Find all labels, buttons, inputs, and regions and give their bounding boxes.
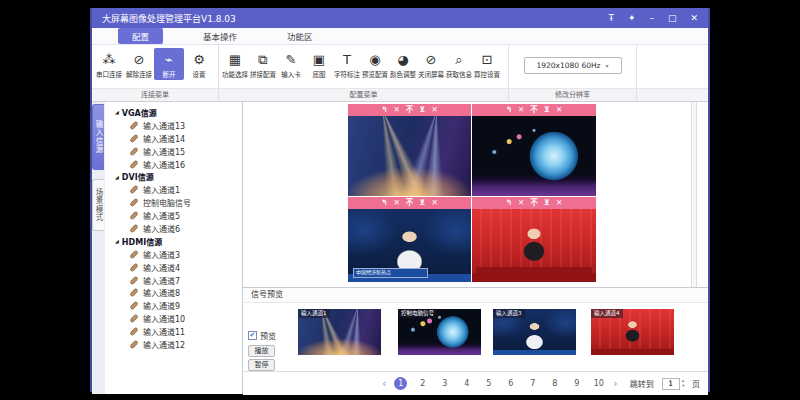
resolution-select[interactable]: 1920x1080 60Hz ▾ bbox=[524, 57, 622, 74]
preview-window-grid: ↰✕不⊻✕ ↰✕不⊻✕ ↰✕不⊻✕ 中国经 bbox=[348, 104, 596, 282]
no-icon[interactable]: 不 bbox=[530, 104, 538, 116]
side-tab-strip: 输入信源 场景模式 bbox=[92, 102, 105, 394]
page-number[interactable]: 7 bbox=[526, 377, 539, 390]
screen-off-icon: ⊘ bbox=[426, 50, 437, 69]
theme-icon[interactable]: ✦ bbox=[628, 8, 636, 28]
tree-row[interactable]: ◢ 输入通道15 bbox=[105, 145, 242, 158]
close-button[interactable]: ✕ bbox=[690, 8, 698, 28]
tool-label: 解除连接 bbox=[126, 69, 152, 79]
tree-row[interactable]: ◢ DVI信源 bbox=[105, 170, 242, 183]
preview-window-1[interactable]: ↰✕不⊻✕ bbox=[348, 104, 471, 196]
jump-page-input[interactable] bbox=[662, 378, 680, 390]
tree-row[interactable]: ◢ 输入通道5 bbox=[105, 209, 242, 222]
restore-icon[interactable]: ↰ bbox=[506, 104, 512, 116]
close-icon[interactable]: ✕ bbox=[518, 197, 524, 209]
toolbar-tool[interactable]: ⌁ 断开 bbox=[154, 48, 184, 80]
tab-function-area[interactable]: 功能区 bbox=[277, 29, 323, 43]
page-number[interactable]: 4 bbox=[460, 377, 473, 390]
minimize-button[interactable]: – bbox=[649, 8, 654, 28]
restore-icon[interactable]: ↰ bbox=[381, 197, 387, 209]
pause-button[interactable]: 暂停 bbox=[248, 359, 275, 371]
toolbar-filler bbox=[637, 45, 708, 101]
tree-row[interactable]: ◢ 输入通道12 bbox=[105, 338, 242, 351]
next-page-icon[interactable]: › bbox=[613, 377, 617, 390]
page-number[interactable]: 9 bbox=[570, 377, 583, 390]
thumbnail-label: 控制电脑信号 bbox=[398, 309, 437, 318]
toolbar-tool[interactable]: ▣ 底图 bbox=[305, 48, 333, 80]
page-number[interactable]: 10 bbox=[592, 377, 605, 390]
no-icon[interactable]: 不 bbox=[406, 197, 414, 209]
send-to-bottom-icon[interactable]: ⊻ bbox=[544, 104, 550, 116]
close-icon[interactable]: ✕ bbox=[431, 104, 437, 116]
close-icon[interactable]: ✕ bbox=[556, 104, 562, 116]
tree-row[interactable]: ◢ 输入通道11 bbox=[105, 325, 242, 338]
maximize-button[interactable]: □ bbox=[668, 8, 677, 28]
signal-thumbnail[interactable]: 控制电脑信号 bbox=[398, 309, 481, 355]
gear-icon: ⚙ bbox=[193, 50, 205, 69]
side-tab-input-sources[interactable]: 输入信源 bbox=[92, 104, 104, 170]
tree-row[interactable]: ◢ 输入通道7 bbox=[105, 274, 242, 287]
tree-row[interactable]: ◢ 输入通道8 bbox=[105, 286, 242, 299]
send-to-bottom-icon[interactable]: ⊻ bbox=[419, 104, 425, 116]
toolbar-tool[interactable]: ⊘ 关闭屏幕 bbox=[417, 48, 445, 80]
tree-row[interactable]: ◢ 输入通道1 bbox=[105, 183, 242, 196]
signal-thumbnail[interactable]: 输入通道3 bbox=[493, 309, 576, 355]
preview-window-2[interactable]: ↰✕不⊻✕ bbox=[472, 104, 596, 196]
side-tab-scene-mode[interactable]: 场景模式 bbox=[92, 179, 104, 231]
restore-icon[interactable]: ↰ bbox=[381, 104, 387, 116]
toolbar-tool[interactable]: ⊘ 解除连接 bbox=[124, 48, 154, 80]
group-label-resolution: 修改分辨率 bbox=[509, 88, 636, 101]
pin-top-icon[interactable]: Ŧ bbox=[608, 8, 614, 28]
preview-window-3[interactable]: ↰✕不⊻✕ 中国经济新热点 bbox=[348, 197, 471, 282]
toolbar-tool[interactable]: T 字符标注 bbox=[333, 48, 361, 80]
toolbar-tool[interactable]: ⊡ 算控设置 bbox=[473, 48, 501, 80]
close-icon[interactable]: ✕ bbox=[394, 104, 400, 116]
prev-page-icon[interactable]: ‹ bbox=[382, 377, 386, 390]
spin-down-icon[interactable]: ▾ bbox=[682, 384, 684, 389]
send-to-bottom-icon[interactable]: ⊻ bbox=[544, 197, 550, 209]
tree-row[interactable]: ◢ VGA信源 bbox=[105, 106, 242, 119]
tree-row[interactable]: ◢ 输入通道3 bbox=[105, 248, 242, 261]
tree-row[interactable]: ◢ 输入通道4 bbox=[105, 261, 242, 274]
send-to-bottom-icon[interactable]: ⊻ bbox=[419, 197, 425, 209]
page-number[interactable]: 8 bbox=[548, 377, 561, 390]
page-number[interactable]: 5 bbox=[482, 377, 495, 390]
tab-config[interactable]: 配置 bbox=[118, 28, 163, 44]
toolbar-tool[interactable]: ◕ 颜色调整 bbox=[389, 48, 417, 80]
toolbar-tool[interactable]: ▦ 功能选择 bbox=[221, 48, 249, 80]
preview-window-4[interactable]: ↰✕不⊻✕ bbox=[472, 197, 596, 282]
toolbar-tool[interactable]: ⌕ 获取信息 bbox=[445, 48, 473, 80]
tree-row[interactable]: ◢ 输入通道13 bbox=[105, 119, 242, 132]
page-number[interactable]: 2 bbox=[416, 377, 429, 390]
spinner-icons[interactable]: ▴ ▾ bbox=[682, 379, 684, 388]
tree-row[interactable]: ◢ 控制电脑信号 bbox=[105, 196, 242, 209]
restore-icon[interactable]: ↰ bbox=[506, 197, 512, 209]
close-icon[interactable]: ✕ bbox=[394, 197, 400, 209]
toolbar: ⁂ 串口连接 ⊘ 解除连接 ⌁ 断开 ⚙ 设置 bbox=[92, 45, 708, 102]
toolbar-tool[interactable]: ◉ 预览配置 bbox=[361, 48, 389, 80]
no-icon[interactable]: 不 bbox=[530, 197, 538, 209]
page-number[interactable]: 3 bbox=[438, 377, 451, 390]
vertical-scrollbar[interactable] bbox=[691, 102, 697, 287]
link-icon bbox=[130, 121, 138, 129]
signal-thumbnail[interactable]: 输入通道4 bbox=[591, 309, 674, 355]
tree-row[interactable]: ◢ 输入通道9 bbox=[105, 299, 242, 312]
close-icon[interactable]: ✕ bbox=[556, 197, 562, 209]
tree-row[interactable]: ◢ 输入通道16 bbox=[105, 158, 242, 171]
toolbar-tool[interactable]: ⚙ 设置 bbox=[184, 48, 214, 80]
toolbar-tool[interactable]: ⧉ 拼接配置 bbox=[249, 48, 277, 80]
close-icon[interactable]: ✕ bbox=[431, 197, 437, 209]
close-icon[interactable]: ✕ bbox=[518, 104, 524, 116]
toolbar-tool[interactable]: ✎ 输入卡 bbox=[277, 48, 305, 80]
tree-row[interactable]: ◢ 输入通道14 bbox=[105, 132, 242, 145]
tree-row[interactable]: ◢ 输入通道10 bbox=[105, 312, 242, 325]
page-number[interactable]: 1 bbox=[394, 377, 407, 390]
tree-row[interactable]: ◢ HDMI信源 bbox=[105, 235, 242, 248]
tab-basic-operations[interactable]: 基本操作 bbox=[193, 29, 247, 43]
no-icon[interactable]: 不 bbox=[406, 104, 414, 116]
main-area: 输入信源 场景模式 ◢ VGA信源 ◢ 输入通道13 ◢ bbox=[92, 102, 708, 394]
toolbar-tool[interactable]: ⁂ 串口连接 bbox=[94, 48, 124, 80]
signal-thumbnail[interactable]: 输入通道1 bbox=[298, 309, 381, 355]
tree-row[interactable]: ◢ 输入通道6 bbox=[105, 222, 242, 235]
page-number[interactable]: 6 bbox=[504, 377, 517, 390]
